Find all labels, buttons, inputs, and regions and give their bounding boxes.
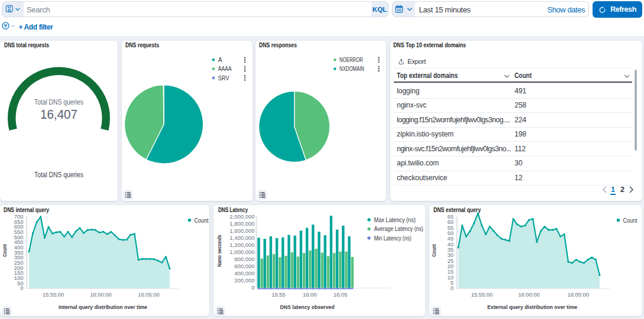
export-button[interactable]: Export <box>398 57 426 66</box>
legend-label[interactable]: Max Latency (ns) <box>374 216 416 223</box>
legend-more-options-icon[interactable] <box>244 75 245 81</box>
chevron-down-icon <box>408 8 412 10</box>
legend-label[interactable]: SRV <box>218 74 229 82</box>
legend-label[interactable]: Count <box>623 217 637 223</box>
legend-dot <box>367 227 371 230</box>
show-dates-button[interactable]: Show dates <box>548 2 585 18</box>
legend-dot <box>212 77 215 80</box>
saved-query-menu-button[interactable] <box>2 2 24 17</box>
x-axis-title: Internal query distribution over time <box>59 304 147 310</box>
scrollbar-thumb[interactable] <box>635 70 637 151</box>
legend-toggle-button[interactable] <box>431 306 441 316</box>
gauge-bottom-label: Total DNS queries <box>34 170 83 179</box>
table-cell-domain[interactable]: logging.f15n2womfujehfjlwv0lgs3nog.... <box>397 116 510 124</box>
legend-label[interactable]: Min Latency (ns) <box>374 235 412 241</box>
table-cell-domain[interactable]: nginx-svc <box>397 101 426 109</box>
x-tick-label: 16:05:00 <box>567 291 589 297</box>
y-tick-label: 2,000,000 <box>229 213 254 220</box>
legend-dot <box>334 58 336 61</box>
legend-toggle-button[interactable] <box>215 306 225 316</box>
row-divider <box>394 98 633 99</box>
query-bar: Search KQL <box>0 0 644 37</box>
legend-more-options-icon[interactable] <box>244 57 245 63</box>
search-placeholder: Search <box>27 2 50 18</box>
x-axis-line <box>26 288 179 289</box>
x-tick-label: 16:00 <box>303 291 317 297</box>
divider <box>394 68 632 69</box>
legend-label[interactable]: NOERROR <box>339 56 363 63</box>
pagination-next-icon[interactable] <box>629 186 634 193</box>
area-chart-internal: 0501001502002503003504004505005506006507… <box>0 205 209 316</box>
table-cell-domain[interactable]: logging <box>397 87 419 95</box>
row-divider <box>394 112 633 113</box>
y-axis-line <box>255 217 257 288</box>
bars-min-latency[interactable] <box>257 288 353 289</box>
x-tick-label: 15:55 <box>271 291 286 297</box>
table-cell-count: 198 <box>514 130 526 138</box>
pie-slice-SRV[interactable] <box>163 85 164 125</box>
legend-more-options-icon[interactable] <box>244 66 245 72</box>
table-cell-domain[interactable]: api.twilio.com <box>397 159 439 167</box>
x-tick-label: 15:55:00 <box>471 291 493 297</box>
y-axis-line <box>456 216 457 288</box>
pagination-prev-icon[interactable] <box>602 186 607 193</box>
legend-label[interactable]: Count <box>195 217 209 223</box>
add-filter-button[interactable]: + Add filter <box>19 23 53 31</box>
column-header-domains[interactable]: Top external domains <box>397 71 458 80</box>
sort-chevron-icon[interactable] <box>505 76 509 78</box>
table-cell-domain[interactable]: checkoutservice <box>397 174 447 182</box>
legend-toggle-button[interactable] <box>123 190 133 200</box>
header-rule <box>394 82 633 83</box>
y-tick-label: 1,000,000 <box>229 249 254 255</box>
time-range-label[interactable]: Last 15 minutes <box>419 2 471 18</box>
legend-toggle-button[interactable] <box>257 190 267 200</box>
x-tick-label: 15:55:00 <box>43 291 64 297</box>
table-cell-count: 112 <box>514 145 526 153</box>
y-tick-label: 1,400,000 <box>229 235 254 241</box>
column-header-count[interactable]: Count <box>514 71 532 80</box>
sort-chevron-icon[interactable] <box>625 76 629 78</box>
table-cell-domain[interactable]: nginx-svc.f15n2womfujehfjlwv0lgs3no... <box>397 145 511 153</box>
table-header-row[interactable]: Top external domainsCount <box>390 70 639 81</box>
pie-chart-dns-responses: NOERRORNXDOMAIN <box>255 41 386 201</box>
x-axis-title: External query distribution over time <box>487 304 577 310</box>
y-axis-title: Nano seconds <box>216 235 222 266</box>
table-cell-count: 224 <box>514 116 526 124</box>
legend-more-options-icon[interactable] <box>378 66 379 72</box>
active-page-underline <box>610 194 616 195</box>
y-tick-label: 1,800,000 <box>229 220 254 227</box>
x-axis-line <box>456 288 610 289</box>
refresh-label: Refresh <box>610 5 636 14</box>
chevron-down-icon <box>16 8 20 10</box>
save-icon <box>5 5 21 14</box>
area-fill <box>458 213 600 288</box>
legend-label[interactable]: NXDOMAIN <box>339 65 364 72</box>
table-cell-count: 491 <box>514 87 526 95</box>
x-tick-label: 16:00:00 <box>90 291 112 297</box>
legend-dot <box>367 236 371 240</box>
legend-dot <box>212 58 215 61</box>
table-cell-count: 30 <box>514 159 522 167</box>
date-quick-select-button[interactable] <box>393 2 415 17</box>
list-icon <box>433 308 440 315</box>
gauge-center-label: Total DNS queries <box>34 97 83 106</box>
legend-label[interactable]: AAAA <box>218 65 231 72</box>
area-chart-external: 0510152025303540455055606515:55:0016:00:… <box>429 205 642 316</box>
legend-toggle-button[interactable] <box>2 306 12 316</box>
y-tick-label: 65 <box>447 213 454 220</box>
row-divider <box>394 156 633 157</box>
export-label: Export <box>407 58 426 65</box>
legend-more-options-icon[interactable] <box>378 57 379 63</box>
bar-chart-latency: 0200,000400,000600,000800,0001,000,0001,… <box>213 205 425 316</box>
pagination-page-1[interactable]: 1 <box>609 185 617 194</box>
kql-button[interactable]: KQL <box>371 2 388 17</box>
filter-icon[interactable] <box>2 22 10 30</box>
x-tick-label: 16:05:00 <box>138 291 160 297</box>
search-input[interactable]: Search KQL <box>2 1 389 17</box>
panel-title: DNS Top 10 external domains <box>393 41 466 48</box>
pagination-page-2[interactable]: 2 <box>619 185 626 194</box>
table-cell-domain[interactable]: zipkin.istio-system <box>397 130 454 138</box>
legend-label[interactable]: A <box>218 56 222 63</box>
legend-label[interactable]: Average Latency (ns) <box>374 226 423 232</box>
refresh-button[interactable]: Refresh <box>593 1 642 18</box>
